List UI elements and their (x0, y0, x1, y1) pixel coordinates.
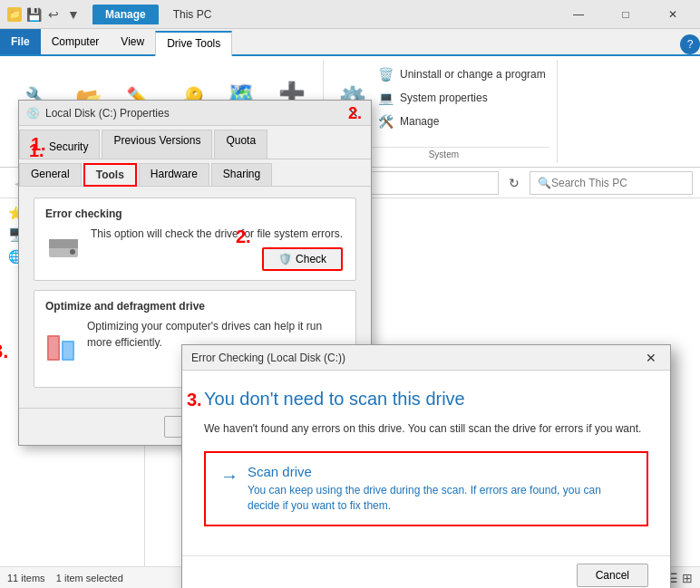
shield-check-icon: 🛡️ (278, 253, 292, 265)
error-checking-title: Error checking (45, 207, 345, 220)
quick-access-toolbar: 💾 ↩ ▼ (25, 6, 82, 23)
svg-rect-18 (63, 342, 73, 359)
manage-label: Manage (400, 115, 439, 128)
tab-file[interactable]: File (0, 29, 41, 54)
minimize-button[interactable]: — (559, 5, 598, 24)
error-dialog-footer: Cancel (182, 555, 670, 588)
system-properties-button[interactable]: 💻 System properties (373, 87, 549, 109)
step3-label: 3. (0, 340, 8, 363)
uninstall-button[interactable]: 🗑️ Uninstall or change a program (373, 63, 549, 85)
status-items-count: 11 items 1 item selected (7, 573, 123, 583)
tab-sharing[interactable]: Sharing (211, 163, 272, 186)
step2-label: 2. (348, 104, 362, 123)
search-icon: 🔍 (538, 177, 551, 189)
uninstall-label: Uninstall or change a program (400, 68, 546, 81)
error-dialog: Error Checking (Local Disk (C:)) ✕ You d… (181, 344, 671, 588)
scan-drive-content: Scan drive You can keep using the drive … (248, 464, 632, 514)
system-properties-label: System properties (400, 92, 488, 104)
properties-dialog-titlebar: 💿 Local Disk (C:) Properties ✕ (19, 101, 371, 126)
error-dialog-title: Error Checking (Local Disk (C:)) (191, 352, 345, 364)
undo-icon[interactable]: ↩ (45, 6, 62, 23)
error-dialog-titlebar: Error Checking (Local Disk (C:)) ✕ (182, 345, 670, 371)
error-dialog-close[interactable]: ✕ (641, 350, 661, 366)
properties-dialog-title: 💿 Local Disk (C:) Properties (26, 107, 170, 120)
error-heading: You don't need to scan this drive (204, 389, 648, 410)
save-icon[interactable]: 💾 (25, 6, 42, 23)
tab-this-pc[interactable]: This PC (160, 5, 225, 24)
search-box[interactable]: 🔍 (530, 171, 693, 195)
app-icon: 📁 (7, 7, 22, 22)
manage-icon: 🛠️ (376, 112, 394, 130)
tab-tools[interactable]: Tools (83, 163, 137, 187)
arrow-right-icon: → (220, 466, 238, 487)
disk-icon: 💿 (26, 107, 40, 120)
drive-icon (45, 230, 82, 266)
scan-drive-description: You can keep using the drive during the … (248, 483, 632, 514)
step2-overlay: 2. (236, 227, 251, 247)
error-description: We haven't found any errors on this driv… (204, 420, 648, 437)
scan-drive-title: Scan drive (248, 464, 632, 479)
dropdown-icon[interactable]: ▼ (65, 6, 82, 23)
system-properties-icon: 💻 (376, 89, 394, 107)
tab-previous-versions[interactable]: Previous Versions (102, 130, 212, 159)
maximize-button[interactable]: □ (606, 5, 646, 24)
svg-rect-16 (49, 337, 58, 359)
search-input[interactable] (551, 177, 678, 189)
close-button[interactable]: ✕ (653, 5, 693, 24)
uninstall-icon: 🗑️ (376, 65, 394, 83)
tab-security-label: Security (49, 140, 88, 153)
tab-drive-tools[interactable]: Drive Tools (155, 31, 232, 56)
ribbon-tabs: File Computer View Drive Tools ? (0, 29, 700, 56)
properties-tab-bar-top: 1. Security Previous Versions Quota (19, 126, 371, 159)
refresh-button[interactable]: ↻ (502, 171, 526, 195)
error-dialog-body: You don't need to scan this drive We hav… (182, 371, 670, 555)
tab-view[interactable]: View (110, 29, 155, 54)
optimize-title: Optimize and defragment drive (45, 300, 345, 313)
tab-manage[interactable]: Manage (92, 5, 159, 24)
tab-computer[interactable]: Computer (41, 29, 111, 54)
error-checking-row: This option will check the drive for fil… (45, 226, 345, 271)
scan-drive-button[interactable]: → Scan drive You can keep using the driv… (204, 451, 648, 526)
help-button[interactable]: ? (680, 34, 700, 54)
properties-tab-bar-bottom: General Tools Hardware Sharing (19, 159, 371, 187)
step1-overlay: 1. (29, 140, 44, 161)
title-bar-right: — □ ✕ (559, 5, 693, 24)
title-bar: 📁 💾 ↩ ▼ Manage This PC — □ ✕ (0, 0, 700, 29)
check-button[interactable]: 🛡️ Check (262, 247, 343, 271)
svg-point-14 (70, 249, 75, 255)
title-bar-left: 📁 💾 ↩ ▼ Manage This PC (7, 5, 224, 24)
step3-overlay: 3. (187, 390, 202, 410)
grid-view-button[interactable]: ⊞ (682, 571, 693, 585)
tab-quota[interactable]: Quota (214, 130, 267, 159)
manage-button[interactable]: 🛠️ Manage (373, 111, 549, 132)
error-checking-description: This option will check the drive for fil… (91, 226, 343, 271)
optimize-icon (45, 330, 78, 366)
tab-general[interactable]: General (19, 163, 82, 186)
cancel-button[interactable]: Cancel (577, 564, 648, 587)
error-checking-section: Error checking This option will check th… (34, 198, 356, 281)
svg-rect-13 (49, 239, 78, 248)
tab-hardware[interactable]: Hardware (139, 163, 209, 186)
